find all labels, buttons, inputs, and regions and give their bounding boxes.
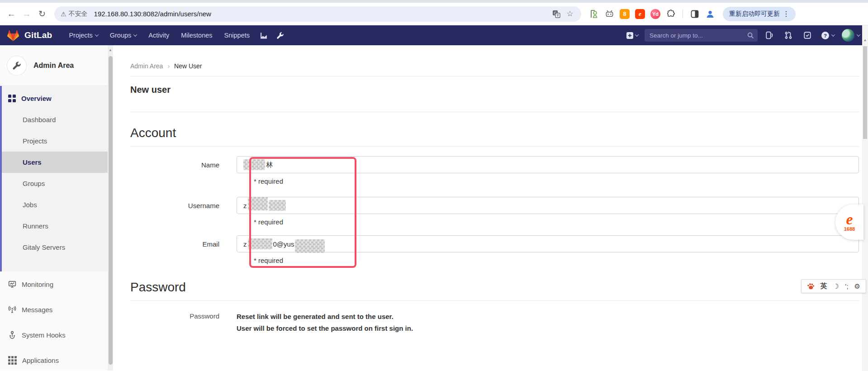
- toolbar-divider: [683, 10, 683, 19]
- username-input[interactable]: z: [237, 197, 859, 214]
- page-title: New user: [130, 85, 859, 95]
- sidebar-item-monitoring[interactable]: Monitoring: [0, 271, 113, 297]
- chevron-down-icon: [95, 33, 99, 36]
- back-icon[interactable]: ←: [4, 6, 19, 22]
- ime-punctuation-toggle[interactable]: ’;: [845, 282, 849, 290]
- browser-menu-icon[interactable]: ⋮: [780, 10, 793, 18]
- password-section-heading: Password: [130, 280, 859, 295]
- password-row: Password Reset link will be generated an…: [130, 311, 859, 334]
- divider: [130, 112, 859, 112]
- main-content: Admin Area › New User New user Account N…: [113, 45, 868, 371]
- extension-youdao-icon[interactable]: Yd: [649, 8, 662, 20]
- user-avatar[interactable]: [841, 28, 861, 43]
- sidebar-item-system-hooks[interactable]: System Hooks: [0, 322, 113, 347]
- extensions-puzzle-icon[interactable]: [664, 8, 677, 20]
- wrench-icon: [12, 61, 21, 70]
- extension-8-icon[interactable]: 8: [618, 8, 631, 20]
- applications-icon: [8, 356, 17, 365]
- sidebar-item-runners[interactable]: Runners: [2, 215, 113, 237]
- admin-sidebar: Admin Area Overview Dashboard Projects U…: [0, 45, 113, 371]
- password-info: Reset link will be generated and sent to…: [237, 311, 413, 334]
- url-text[interactable]: 192.168.80.130:8082/admin/users/new: [94, 10, 550, 18]
- sidebar-item-users[interactable]: Users: [2, 152, 113, 173]
- censored-text: [243, 159, 265, 170]
- username-label: Username: [130, 202, 237, 209]
- sidebar-item-jobs[interactable]: Jobs: [2, 194, 113, 215]
- side-panel-icon[interactable]: [688, 8, 701, 20]
- admin-wrench-icon[interactable]: [273, 28, 287, 43]
- menu-activity[interactable]: Activity: [143, 29, 174, 42]
- breadcrumb-current: New User: [174, 62, 202, 70]
- menu-projects[interactable]: Projects: [64, 29, 103, 42]
- scroll-up-icon[interactable]: ▲: [862, 25, 868, 42]
- svg-text:?: ?: [824, 32, 827, 38]
- extensions-area: 8 e Yd 重新启动即可更新 ⋮: [588, 7, 796, 21]
- sidebar-scrollbar[interactable]: ▲: [108, 45, 113, 371]
- chevron-down-icon: [857, 33, 860, 36]
- divider: [130, 146, 859, 147]
- search-box: [645, 29, 758, 42]
- sidebar-scrollbar-thumb[interactable]: [109, 56, 113, 365]
- merge-request-icon[interactable]: [781, 28, 796, 43]
- ime-halfwidth-moon-icon[interactable]: ☽: [833, 282, 839, 290]
- username-row: Username z: [130, 197, 859, 214]
- sidebar-item-gitaly-servers[interactable]: Gitaly Servers: [2, 237, 113, 258]
- 1688-logo-icon: e: [846, 213, 853, 226]
- overview-group: Overview Dashboard Projects Users Groups…: [0, 86, 113, 271]
- help-icon[interactable]: ?: [819, 28, 836, 43]
- gitlab-main-menu: Projects Groups Activity Milestones Snip…: [64, 28, 287, 43]
- monitoring-icon: [8, 280, 16, 288]
- ime-settings-gear-icon[interactable]: ⚙: [854, 282, 860, 290]
- browser-toolbar: ← → ↻ ⚠ 不安全 192.168.80.130:8082/admin/us…: [0, 3, 868, 25]
- menu-snippets[interactable]: Snippets: [219, 29, 255, 42]
- ime-toolbar[interactable]: 英 ☽ ’; ⚙: [801, 279, 866, 293]
- warning-icon: ⚠: [61, 10, 66, 18]
- extension-robot-icon[interactable]: [603, 8, 616, 20]
- admin-area-avatar: [7, 56, 26, 75]
- browser-scrollbar-thumb[interactable]: [863, 46, 867, 139]
- sidebar-item-projects[interactable]: Projects: [2, 130, 113, 152]
- restart-update-button[interactable]: 重新启动即可更新 ⋮: [723, 7, 796, 21]
- search-icon: [747, 32, 754, 39]
- email-input[interactable]: z 0@yus: [237, 235, 859, 252]
- ime-paw-icon[interactable]: [807, 283, 815, 290]
- name-input[interactable]: 林: [237, 156, 859, 173]
- issues-icon[interactable]: [762, 28, 777, 43]
- sidebar-header[interactable]: Admin Area: [0, 45, 113, 86]
- browser-scrollbar[interactable]: ▲: [862, 25, 868, 371]
- sidebar-item-applications[interactable]: Applications: [0, 347, 113, 371]
- hook-icon: [8, 331, 16, 339]
- todos-icon[interactable]: [800, 28, 815, 43]
- sidebar-item-overview[interactable]: Overview: [2, 88, 113, 109]
- address-bar[interactable]: ⚠ 不安全 192.168.80.130:8082/admin/users/ne…: [54, 6, 581, 22]
- gitlab-brand[interactable]: GitLab: [6, 29, 52, 42]
- sidebar-item-messages[interactable]: Messages: [0, 297, 113, 322]
- overview-icon: [8, 95, 16, 102]
- menu-milestones[interactable]: Milestones: [176, 29, 217, 42]
- sidebar-item-dashboard[interactable]: Dashboard: [2, 109, 113, 130]
- scroll-up-icon[interactable]: ▲: [108, 45, 113, 52]
- forward-icon[interactable]: →: [19, 6, 34, 22]
- extension-1688-icon[interactable]: e: [634, 8, 646, 20]
- bookmark-star-icon[interactable]: ☆: [563, 7, 577, 21]
- gitlab-logo-icon: [6, 29, 20, 42]
- not-secure-indicator[interactable]: ⚠ 不安全: [61, 10, 88, 18]
- password-label: Password: [130, 311, 237, 334]
- search-input[interactable]: [645, 29, 758, 42]
- menu-groups[interactable]: Groups: [105, 29, 142, 42]
- sidebar-item-groups[interactable]: Groups: [2, 173, 113, 194]
- censored-text: [248, 238, 272, 249]
- breadcrumb-admin-area[interactable]: Admin Area: [130, 62, 163, 70]
- new-item-plus-icon[interactable]: [625, 28, 640, 43]
- reload-icon[interactable]: ↻: [34, 6, 50, 22]
- sidebar-title: Admin Area: [33, 62, 74, 70]
- password-info-line1: Reset link will be generated and sent to…: [237, 311, 413, 323]
- name-label: Name: [130, 161, 237, 169]
- censored-text: [269, 200, 286, 211]
- charts-icon[interactable]: [256, 28, 271, 43]
- ime-language-toggle[interactable]: 英: [821, 282, 827, 290]
- translate-icon[interactable]: G: [550, 7, 563, 21]
- username-required-note: * required: [254, 218, 859, 228]
- profile-icon[interactable]: [704, 8, 716, 20]
- extension-green-person-icon[interactable]: [588, 8, 600, 20]
